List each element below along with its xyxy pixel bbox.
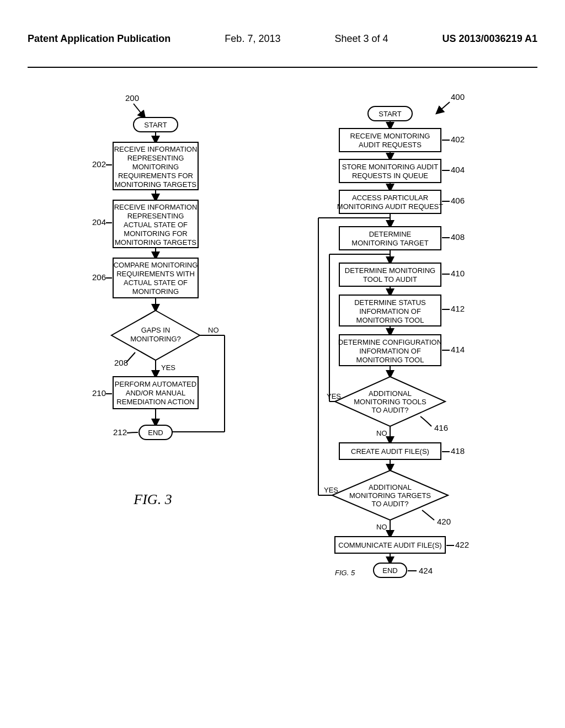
step-420-line2: MONITORING TARGETS (349, 491, 431, 500)
step-414-ref: 414 (451, 345, 465, 354)
step-414-line1: DETERMINE CONFIGURATION (338, 338, 442, 346)
step-416-yes: YES (327, 392, 341, 400)
page-header: Patent Application Publication Feb. 7, 2… (28, 33, 537, 45)
step-408-ref: 408 (451, 232, 465, 242)
step-206-line4: MONITORING (132, 287, 179, 296)
step-424-ref: 424 (419, 566, 433, 575)
step-414-line2: INFORMATION OF (359, 347, 421, 355)
step-202-line1: RECEIVE INFORMATION (114, 145, 198, 153)
step-416-line2: MONITORING TOOLS (354, 398, 427, 406)
step-420-line1: ADDITIONAL (369, 483, 412, 491)
step-208-line1: GAPS IN (141, 326, 170, 334)
svg-line-17 (437, 102, 450, 113)
fig3-ref: 200 (125, 93, 139, 103)
step-402-ref: 402 (451, 135, 465, 144)
fig5-svg: 400 START RECEIVE MONITORING AUDIT REQUE… (274, 90, 511, 663)
step-416-line3: TO AUDIT? (372, 406, 409, 414)
fig5-end: END (382, 566, 397, 575)
step-206-line2: REQUIREMENTS WITH (116, 270, 195, 278)
step-208-ref: 208 (114, 358, 128, 367)
fig3-svg: 200 START RECEIVE INFORMATION REPRESENTI… (54, 90, 252, 487)
step-204-line3: ACTUAL STATE OF (124, 221, 188, 229)
step-420-yes: YES (324, 486, 338, 494)
step-416-no: NO (376, 429, 387, 437)
step-416-line1: ADDITIONAL (369, 389, 412, 398)
step-420-ref: 420 (437, 517, 451, 526)
fig3-end: END (148, 429, 163, 437)
step-414-line3: MONITORING TOOL (356, 356, 424, 364)
step-204-ref: 204 (92, 217, 106, 227)
step-206-line1: COMPARE MONITORING (114, 261, 198, 269)
fig3-caption: FIG. 3 (54, 491, 252, 508)
publication-date: Feb. 7, 2013 (225, 33, 280, 45)
step-210-line1: PERFORM AUTOMATED (115, 380, 196, 388)
step-202-line2: REPRESENTING (127, 154, 184, 162)
step-204-line2: REPRESENTING (127, 212, 184, 220)
step-406-line1: ACCESS PARTICULAR (352, 194, 428, 202)
step-404-line2: REQUESTS IN QUEUE (352, 172, 428, 180)
step-204-line1: RECEIVE INFORMATION (114, 203, 198, 211)
step-420-no: NO (376, 523, 387, 531)
document-number: US 2013/0036219 A1 (443, 33, 537, 45)
fig5-start: START (379, 110, 401, 118)
step-402-line2: AUDIT REQUESTS (359, 141, 422, 149)
step-408-line1: DETERMINE (369, 230, 412, 238)
step-404-line1: STORE MONITORING AUDIT (342, 163, 438, 171)
step-206-ref: 206 (92, 272, 106, 282)
step-412-line3: MONITORING TOOL (356, 316, 424, 324)
step-204-line5: MONITORING TARGETS (115, 238, 196, 247)
fig3-start: START (144, 121, 167, 129)
step-412-ref: 412 (451, 304, 465, 313)
step-202-line4: REQUIREMENTS FOR (118, 172, 193, 180)
sheet-number: Sheet 3 of 4 (334, 33, 388, 45)
fig5-caption: FIG. 5 (335, 569, 355, 577)
step-422-line1: COMMUNICATE AUDIT FILE(S) (338, 541, 441, 549)
step-420-line3: TO AUDIT? (372, 500, 409, 508)
step-404-ref: 404 (451, 165, 465, 174)
fig5-ref: 400 (451, 92, 465, 101)
step-210-line3: REMEDIATION ACTION (116, 398, 194, 406)
step-416-ref: 416 (434, 423, 448, 432)
step-412-line1: DETERMINE STATUS (354, 298, 426, 307)
step-410-line2: TOOL TO AUDIT (363, 275, 417, 283)
step-406-ref: 406 (451, 196, 465, 205)
step-212-ref: 212 (113, 427, 127, 437)
step-202-line5: MONITORING TARGETS (115, 180, 196, 189)
step-210-ref: 210 (92, 388, 106, 398)
step-422-ref: 422 (455, 540, 469, 549)
publication-label: Patent Application Publication (28, 33, 170, 45)
step-408-line2: MONITORING TARGET (351, 239, 428, 247)
step-210-line2: AND/OR MANUAL (126, 389, 185, 397)
step-410-ref: 410 (451, 269, 465, 278)
header-rule (28, 67, 537, 68)
step-202-line3: MONITORING (132, 163, 179, 171)
fig3-column: 200 START RECEIVE INFORMATION REPRESENTI… (54, 90, 252, 663)
step-418-ref: 418 (451, 446, 465, 456)
step-418-line1: CREATE AUDIT FILE(S) (351, 447, 429, 456)
svg-line-0 (134, 104, 145, 117)
step-402-line1: RECEIVE MONITORING (350, 132, 430, 140)
step-206-line3: ACTUAL STATE OF (124, 279, 188, 287)
step-406-line2: MONITORING AUDIT REQUEST (337, 202, 443, 211)
step-208-yes: YES (161, 363, 175, 372)
step-204-line4: MONITORING FOR (124, 229, 187, 238)
step-208-no: NO (208, 326, 219, 334)
step-412-line2: INFORMATION OF (359, 307, 421, 315)
step-202-ref: 202 (92, 159, 106, 169)
step-410-line1: DETERMINE MONITORING (345, 266, 435, 275)
step-208-line2: MONITORING? (130, 335, 181, 343)
fig5-column: 400 START RECEIVE MONITORING AUDIT REQUE… (274, 90, 511, 663)
